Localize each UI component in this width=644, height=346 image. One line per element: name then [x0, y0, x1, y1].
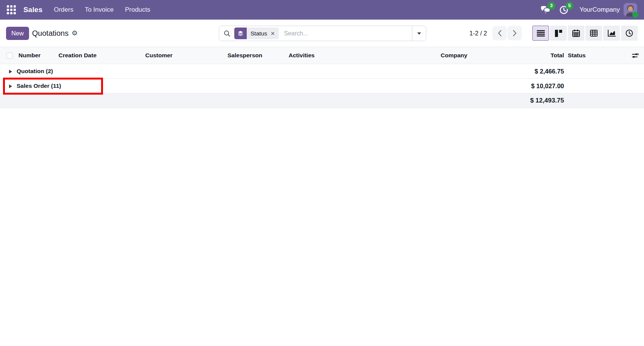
column-header-creation-date[interactable]: Creation Date — [57, 47, 143, 64]
column-header-status[interactable]: Status — [566, 47, 626, 64]
kanban-view-icon — [555, 30, 562, 37]
view-switcher-pivot-button[interactable] — [586, 26, 602, 41]
user-avatar[interactable] — [624, 3, 637, 17]
graph-view-icon — [608, 30, 616, 37]
view-switcher-activity-button[interactable] — [621, 26, 638, 41]
search-dropdown-toggle[interactable] — [412, 26, 426, 41]
search-icon — [224, 30, 231, 37]
control-panel: New Quotations ⚙ Status — [0, 20, 644, 47]
column-header-activities[interactable]: Activities — [287, 47, 438, 64]
pager: 1-2 / 2 — [469, 26, 522, 40]
facet-label: Status — [247, 28, 271, 39]
activities-badge: 5 — [566, 2, 573, 10]
group-toggle-quotation[interactable]: Quotation (2) — [0, 64, 506, 79]
app-name[interactable]: Sales — [23, 6, 43, 14]
quotations-list-table: Number Creation Date Customer Salesperso… — [0, 47, 644, 108]
group-row-quotation: Quotation (2) $ 2,466.75 — [0, 64, 644, 79]
odoo-sales-screen: Sales Orders To Invoice Products 3 5 You… — [0, 0, 644, 346]
caret-right-icon — [9, 84, 12, 88]
nav-item-orders[interactable]: Orders — [54, 6, 74, 14]
list-footer-row: $ 12,493.75 — [0, 93, 644, 108]
column-header-company[interactable]: Company — [438, 47, 506, 64]
view-switcher — [532, 26, 638, 41]
column-header-number[interactable]: Number — [17, 47, 57, 64]
pivot-view-icon — [590, 30, 598, 37]
table-header-row: Number Creation Date Customer Salesperso… — [0, 47, 644, 64]
layers-icon — [234, 28, 247, 39]
view-switcher-list-button[interactable] — [532, 26, 549, 41]
optional-columns-button[interactable] — [628, 53, 642, 58]
pager-next-button[interactable] — [507, 26, 522, 40]
company-switcher[interactable]: YourCompany — [579, 6, 620, 14]
column-header-total[interactable]: Total — [506, 47, 566, 64]
pager-value[interactable]: 1-2 / 2 — [469, 30, 487, 37]
activity-view-icon — [626, 29, 633, 37]
column-header-salesperson[interactable]: Salesperson — [226, 47, 287, 64]
calendar-view-icon — [572, 29, 580, 37]
view-switcher-kanban-button[interactable] — [550, 26, 567, 41]
group-toggle-sales-order[interactable]: Sales Order (11) — [0, 79, 506, 93]
new-button[interactable]: New — [6, 27, 29, 40]
select-all-checkbox[interactable] — [6, 52, 13, 59]
sliders-icon — [632, 53, 639, 58]
top-navbar: Sales Orders To Invoice Products 3 5 You… — [0, 0, 644, 20]
nav-item-products[interactable]: Products — [125, 6, 150, 14]
facet-close-icon[interactable]: ✕ — [271, 28, 279, 39]
search-input[interactable] — [279, 30, 412, 37]
activities-menu-button[interactable]: 5 — [558, 4, 570, 15]
nav-item-to-invoice[interactable]: To Invoice — [85, 6, 114, 14]
chevron-left-icon — [498, 30, 502, 37]
view-switcher-graph-button[interactable] — [603, 26, 620, 41]
online-status-dot — [632, 12, 638, 18]
chevron-down-icon — [417, 32, 421, 35]
view-switcher-calendar-button[interactable] — [568, 26, 584, 41]
chevron-right-icon — [513, 30, 517, 37]
group-row-sales-order: Sales Order (11) $ 10,027.00 — [0, 79, 644, 93]
caret-right-icon — [9, 70, 12, 73]
group-total-quotation: $ 2,466.75 — [506, 64, 566, 79]
page-title: Quotations — [32, 29, 69, 38]
column-header-customer[interactable]: Customer — [143, 47, 226, 64]
search-facet-status: Status ✕ — [234, 28, 279, 39]
footer-grand-total: $ 12,493.75 — [506, 93, 566, 108]
group-total-sales-order: $ 10,027.00 — [506, 79, 566, 93]
messages-menu-button[interactable]: 3 — [539, 4, 552, 15]
list-view-icon — [537, 30, 545, 37]
gear-icon[interactable]: ⚙ — [72, 30, 78, 37]
pager-previous-button[interactable] — [492, 26, 507, 40]
messages-badge: 3 — [547, 2, 555, 10]
apps-menu-icon[interactable] — [7, 5, 16, 14]
search-bar: Status ✕ — [219, 26, 426, 41]
